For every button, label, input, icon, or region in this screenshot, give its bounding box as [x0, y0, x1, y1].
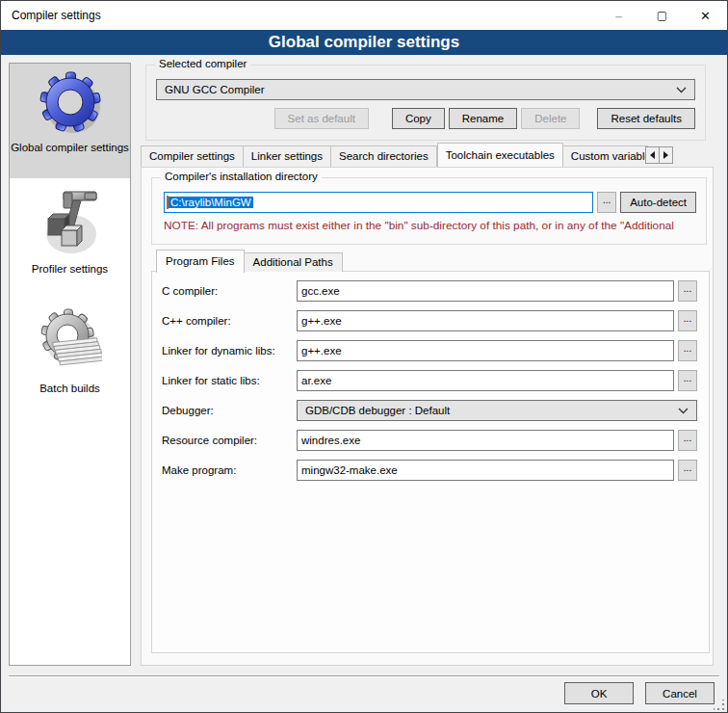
minimize-button[interactable]: –	[597, 1, 640, 30]
field-row-c-compiler: C compiler: ...	[162, 280, 697, 302]
chevron-down-icon	[676, 87, 687, 93]
c-compiler-input[interactable]	[297, 280, 674, 302]
close-icon: ✕	[700, 9, 711, 23]
arrow-right-icon	[663, 151, 668, 159]
cpp-compiler-browse-button[interactable]: ...	[678, 310, 697, 331]
c-compiler-browse-button[interactable]: ...	[678, 280, 697, 302]
tab-linker-settings[interactable]: Linker settings	[244, 145, 331, 167]
toolchain-subtabs: Program Files Additional Paths	[156, 249, 343, 272]
linker-static-input[interactable]	[297, 370, 674, 391]
compiler-select-value: GNU GCC Compiler	[165, 84, 676, 95]
chevron-down-icon	[678, 408, 689, 414]
tab-search-directories[interactable]: Search directories	[331, 145, 437, 167]
make-program-input[interactable]	[297, 460, 674, 481]
minimize-icon: –	[615, 9, 622, 23]
gray-gear-stack-icon	[39, 307, 102, 379]
linker-dynamic-browse-button[interactable]: ...	[678, 340, 697, 361]
maximize-icon: ▢	[657, 9, 667, 22]
maximize-button[interactable]: ▢	[640, 1, 684, 30]
tab-toolchain-executables[interactable]: Toolchain executables	[437, 143, 563, 167]
debugger-select-value: GDB/CDB debugger : Default	[305, 405, 678, 416]
subtab-program-files[interactable]: Program Files	[156, 250, 245, 273]
field-label: C compiler:	[162, 285, 297, 297]
delete-button[interactable]: Delete	[521, 108, 580, 129]
settings-tabs: Compiler settings Linker settings Search…	[141, 142, 648, 167]
make-program-browse-button[interactable]: ...	[678, 460, 697, 481]
selected-compiler-group: Selected compiler GNU GCC Compiler Set a…	[145, 65, 706, 141]
field-row-make-program: Make program: ...	[162, 460, 697, 481]
set-as-default-button[interactable]: Set as default	[274, 108, 369, 129]
linker-static-browse-button[interactable]: ...	[678, 370, 697, 391]
cpp-compiler-input[interactable]	[297, 310, 674, 331]
install-dir-selected-text: C:\raylib\MinGW	[169, 197, 253, 208]
close-button[interactable]: ✕	[684, 1, 727, 30]
tab-scroll-right-button[interactable]	[659, 146, 673, 164]
blue-gear-icon	[38, 70, 103, 138]
bin-subdirectory-note: NOTE: All programs must exist either in …	[164, 219, 702, 232]
sidebar-item-label: Profiler settings	[32, 262, 108, 276]
tab-scroll-buttons	[646, 146, 673, 164]
field-label: Make program:	[162, 464, 297, 476]
footer-divider	[9, 675, 719, 677]
compiler-settings-dialog: Compiler settings – ▢ ✕ Global compiler …	[0, 0, 728, 713]
install-dir-browse-button[interactable]: ...	[597, 192, 616, 213]
group-label: Compiler's installation directory	[161, 171, 322, 182]
field-row-linker-static: Linker for static libs: ...	[162, 370, 697, 391]
group-label: Selected compiler	[155, 58, 250, 69]
compiler-select[interactable]: GNU GCC Compiler	[156, 79, 695, 100]
field-label: Linker for static libs:	[162, 375, 297, 386]
arrow-left-icon	[650, 151, 655, 159]
toolchain-executables-page: Compiler's installation directory C:\ray…	[141, 167, 714, 666]
sidebar-item-profiler-settings[interactable]: Profiler settings	[10, 190, 130, 282]
field-label: Resource compiler:	[162, 435, 297, 446]
installation-directory-group: Compiler's installation directory C:\ray…	[151, 177, 707, 245]
field-row-linker-dynamic: Linker for dynamic libs: ...	[162, 340, 697, 361]
sidebar-item-batch-builds[interactable]: Batch builds	[10, 307, 130, 406]
field-row-debugger: Debugger: GDB/CDB debugger : Default	[162, 400, 697, 421]
dialog-body: Global compiler settings	[1, 55, 727, 712]
copy-button[interactable]: Copy	[392, 108, 445, 129]
sidebar-item-label: Batch builds	[39, 382, 100, 395]
titlebar[interactable]: Compiler settings – ▢ ✕	[1, 1, 727, 30]
ok-button[interactable]: OK	[564, 682, 634, 704]
debugger-select[interactable]: GDB/CDB debugger : Default	[297, 400, 697, 421]
settings-category-list: Global compiler settings	[9, 63, 131, 666]
sidebar-item-global-compiler-settings[interactable]: Global compiler settings	[10, 64, 130, 178]
reset-defaults-button[interactable]: Reset defaults	[597, 108, 695, 129]
rename-button[interactable]: Rename	[449, 108, 517, 129]
caliper-icon	[40, 190, 100, 259]
sidebar-item-label: Global compiler settings	[11, 141, 129, 154]
field-row-cpp-compiler: C++ compiler: ...	[162, 310, 697, 331]
auto-detect-button[interactable]: Auto-detect	[620, 192, 696, 213]
resize-grip[interactable]	[714, 700, 725, 711]
cancel-button[interactable]: Cancel	[645, 682, 715, 704]
program-files-page: C compiler: ... C++ compiler: ... Linker…	[151, 271, 710, 653]
linker-dynamic-input[interactable]	[297, 340, 674, 361]
install-dir-input[interactable]: C:\raylib\MinGW	[164, 192, 593, 213]
page-title: Global compiler settings	[1, 30, 727, 55]
tab-compiler-settings[interactable]: Compiler settings	[141, 145, 244, 167]
field-row-resource-compiler: Resource compiler: ...	[162, 430, 697, 451]
field-label: Debugger:	[162, 405, 297, 416]
subtab-additional-paths[interactable]: Additional Paths	[245, 252, 343, 272]
tab-scroll-left-button[interactable]	[645, 146, 660, 164]
field-label: Linker for dynamic libs:	[162, 345, 297, 356]
resource-compiler-browse-button[interactable]: ...	[678, 430, 697, 451]
compiler-actions: Set as default Copy Rename Delete Reset …	[156, 108, 695, 129]
tab-custom-variables[interactable]: Custom variables	[563, 145, 648, 167]
resource-compiler-input[interactable]	[297, 430, 674, 451]
window-title: Compiler settings	[1, 9, 597, 22]
field-label: C++ compiler:	[162, 315, 297, 327]
